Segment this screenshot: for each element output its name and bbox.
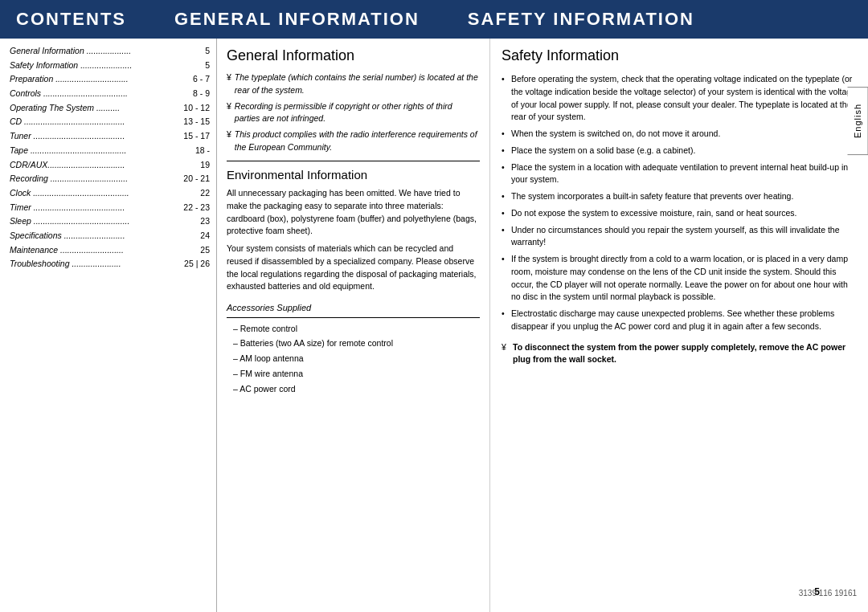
env-paragraph: All unnecessary packaging has been omitt…: [227, 187, 480, 238]
toc-item-page: 15 - 17: [183, 130, 210, 142]
catalog-number: 3139 116 19161: [799, 587, 857, 599]
safety-bullet-item: When the system is switched on, do not m…: [502, 128, 857, 141]
toc-item-label: Maintenance ...........................: [10, 244, 124, 256]
toc-item-label: Tuner ..................................…: [10, 130, 125, 142]
toc-item-label: Operating The System ..........: [10, 102, 120, 114]
safety-bullets-list: Before operating the system, check that …: [502, 73, 857, 333]
toc-item: Clock ..................................…: [10, 187, 210, 199]
yen-symbol: ¥: [227, 71, 231, 97]
toc-item: Timer ..................................…: [10, 202, 210, 214]
accessories-section: Accessories Supplied Remote controlBatte…: [227, 300, 480, 395]
accessories-list: Remote controlBatteries (two AA size) fo…: [227, 323, 480, 396]
toc-item-page: 22: [200, 187, 210, 199]
safety-bullet-item: Do not expose the system to excessive mo…: [502, 207, 857, 220]
toc-item-page: 8 - 9: [193, 88, 210, 100]
yen-symbol: ¥: [227, 100, 231, 126]
toc-item: CD .....................................…: [10, 116, 210, 128]
environmental-info-title: Environmental Information: [227, 166, 480, 185]
accessory-item: Batteries (two AA size) for remote contr…: [233, 337, 480, 350]
env-paragraph: Your system consists of materials which …: [227, 243, 480, 293]
safety-bullet-item: Place the system on a solid base (e.g. a…: [502, 145, 857, 157]
toc-item-page: 25: [200, 244, 210, 256]
accessory-item: FM wire antenna: [233, 368, 480, 381]
toc-item-label: Preparation ............................…: [10, 73, 129, 85]
general-info-bullet: ¥The typeplate (which contains the seria…: [227, 71, 480, 97]
toc-item: Specifications .........................…: [10, 230, 210, 242]
environmental-info-paragraphs: All unnecessary packaging has been omitt…: [227, 187, 480, 293]
safety-bullet-item: Before operating the system, check that …: [502, 73, 857, 124]
toc-item: Preparation ............................…: [10, 73, 210, 85]
accessories-subtitle: Supplied: [274, 303, 311, 312]
general-info-bullet: ¥Recording is permissible if copyright o…: [227, 100, 480, 126]
toc-item: Operating The System ..........10 - 12: [10, 102, 210, 114]
toc-item: Safety Information .....................…: [10, 59, 210, 71]
toc-item-label: Tape ...................................…: [10, 145, 127, 157]
accessory-item: Remote control: [233, 323, 480, 336]
toc-item-label: Troubleshooting .....................: [10, 258, 121, 270]
main-content: General Information ...................5…: [0, 39, 868, 612]
safety-bullet-item: The system incorporates a built-in safet…: [502, 190, 857, 203]
toc-item: CDR/AUX.................................…: [10, 159, 210, 171]
toc-item-page: 23: [200, 215, 210, 227]
accessories-title: Accessories Supplied: [227, 300, 480, 318]
page-header: CONTENTS GENERAL INFORMATION SAFETY INFO…: [0, 0, 868, 39]
header-contents-label: CONTENTS: [16, 9, 126, 30]
toc-item-page: 10 - 12: [183, 102, 210, 114]
toc-item-label: Recording ..............................…: [10, 173, 128, 185]
toc-item-page: 24: [200, 230, 210, 242]
toc-item: General Information ...................5: [10, 45, 210, 57]
environmental-info-section: Environmental Information All unnecessar…: [227, 161, 480, 294]
toc-item-label: Clock ..................................…: [10, 187, 129, 199]
toc-item-page: 22 - 23: [183, 202, 210, 214]
toc-item-page: 6 - 7: [193, 73, 210, 85]
safety-bullet-item: Under no circumstances should you repair…: [502, 224, 857, 250]
toc-item-label: Specifications .........................…: [10, 230, 125, 242]
toc-item-label: Controls ...............................…: [10, 88, 128, 100]
toc-item-page: 19: [200, 159, 210, 171]
safety-info-title: Safety Information: [502, 45, 857, 67]
general-info-section: General Information ¥The typeplate (whic…: [227, 45, 480, 154]
accessory-item: AC power cord: [233, 383, 480, 396]
toc-item: Tuner ..................................…: [10, 130, 210, 142]
middle-section: General Information ¥The typeplate (whic…: [217, 39, 490, 612]
toc-item-label: Safety Information .....................…: [10, 59, 132, 71]
general-info-bullets: ¥The typeplate (which contains the seria…: [227, 71, 480, 154]
general-info-bullet: ¥This product complies with the radio in…: [227, 129, 480, 154]
toc-item-page: 13 - 15: [183, 116, 210, 128]
toc-item-page: 5: [205, 45, 210, 57]
toc-item-label: CDR/AUX.................................: [10, 159, 125, 171]
toc-item-page: 25 | 26: [184, 258, 210, 270]
english-language-tab: English: [848, 87, 869, 155]
toc-item: Sleep ..................................…: [10, 215, 210, 227]
toc-item: Troubleshooting .....................25 …: [10, 258, 210, 270]
header-safety-label: SAFETY INFORMATION: [468, 9, 694, 30]
yen-symbol: ¥: [227, 129, 231, 154]
toc-item-label: Sleep ..................................…: [10, 215, 129, 227]
toc-item: Controls ...............................…: [10, 88, 210, 100]
toc-item-page: 20 - 21: [183, 173, 210, 185]
toc-item-page: 5: [205, 59, 210, 71]
toc-item: Tape ...................................…: [10, 145, 210, 157]
toc-item-label: Timer ..................................…: [10, 202, 125, 214]
bullet-text: This product complies with the radio int…: [235, 129, 480, 154]
accessory-item: AM loop antenna: [233, 353, 480, 365]
safety-bullet-item: Place the system in a location with adeq…: [502, 161, 857, 187]
toc-item-label: General Information ...................: [10, 45, 131, 57]
yen-disconnect-text: To disconnect the system from the power …: [502, 341, 857, 367]
toc-item-label: CD .....................................…: [10, 116, 125, 128]
general-info-title: General Information: [227, 45, 480, 67]
header-general-label: GENERAL INFORMATION: [174, 9, 420, 30]
bullet-text: Recording is permissible if copyright or…: [235, 100, 480, 126]
toc-item: Maintenance ...........................2…: [10, 244, 210, 256]
safety-bullet-item: Electrostatic discharge may cause unexpe…: [502, 308, 857, 333]
toc-item: Recording ..............................…: [10, 173, 210, 185]
safety-bullet-item: If the system is brought directly from a…: [502, 253, 857, 304]
toc-item-page: 18 -: [195, 145, 210, 157]
table-of-contents: General Information ...................5…: [0, 39, 217, 612]
safety-info-section: Safety Information Before operating the …: [490, 39, 868, 612]
bullet-text: The typeplate (which contains the serial…: [235, 71, 480, 97]
